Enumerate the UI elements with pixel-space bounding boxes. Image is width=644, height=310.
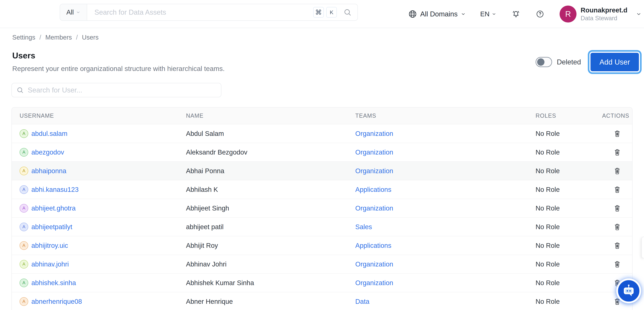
name-cell: Abhinav Johri — [186, 260, 355, 268]
table-row: A abhijeet.ghotra Abhijeet Singh Organiz… — [12, 199, 632, 217]
role-cell: No Role — [536, 260, 602, 268]
side-panel-handle[interactable] — [642, 237, 644, 258]
team-link[interactable]: Organization — [355, 204, 393, 212]
team-link[interactable]: Organization — [355, 260, 393, 268]
delete-user-button[interactable] — [613, 260, 621, 268]
breadcrumb-separator: / — [40, 34, 41, 41]
notifications-bell-icon[interactable] — [512, 10, 520, 19]
table-header: USERNAME NAME TEAMS ROLES ACTIONS — [12, 107, 632, 124]
table-row: A abhishek.sinha Abhishek Kumar Sinha Or… — [12, 273, 632, 292]
search-icon — [16, 86, 24, 94]
delete-user-button[interactable] — [613, 167, 621, 175]
trash-icon — [613, 223, 621, 231]
username-link[interactable]: abhijeetpatilyt — [31, 223, 72, 231]
name-cell: Abhai Ponna — [186, 167, 355, 175]
chevron-down-icon — [76, 10, 80, 15]
page-subtitle: Represent your entire organizational str… — [12, 65, 225, 73]
trash-icon — [613, 130, 621, 138]
username-link[interactable]: abhi.kanasu123 — [31, 186, 79, 193]
delete-user-button[interactable] — [613, 186, 621, 194]
column-header-roles: ROLES — [536, 112, 602, 119]
team-link[interactable]: Sales — [355, 223, 372, 231]
avatar: A — [20, 260, 28, 268]
toggle-knob — [537, 58, 544, 66]
assistant-bot-button[interactable] — [616, 278, 641, 303]
chevron-down-icon — [636, 11, 642, 17]
username-link[interactable]: abdul.salam — [31, 130, 67, 137]
username-link[interactable]: abhaiponna — [31, 167, 66, 175]
avatar: A — [20, 241, 28, 250]
trash-icon — [613, 242, 621, 250]
team-link[interactable]: Applications — [355, 186, 391, 193]
avatar: A — [20, 204, 28, 213]
page-header-controls: Deleted Add User — [536, 52, 641, 72]
role-cell: No Role — [536, 148, 602, 156]
column-header-username: USERNAME — [12, 112, 186, 119]
user-name: Rounakpreet.d — [580, 6, 628, 15]
delete-user-button[interactable] — [613, 148, 621, 156]
avatar: A — [20, 167, 28, 175]
search-icon[interactable] — [343, 8, 352, 17]
help-icon[interactable] — [536, 10, 544, 18]
role-cell: No Role — [536, 298, 602, 305]
name-cell: Abhijeet Singh — [186, 204, 355, 212]
breadcrumb: Settings/Members/Users — [12, 34, 98, 41]
team-link[interactable]: Organization — [355, 130, 393, 137]
team-link[interactable]: Organization — [355, 167, 393, 175]
avatar: A — [20, 279, 28, 287]
name-cell: Abner Henrique — [186, 298, 355, 305]
name-cell: Abhijit Roy — [186, 242, 355, 249]
trash-icon — [613, 204, 621, 212]
globe-icon — [408, 10, 417, 19]
table-row: A abhijitroy.uic Abhijit Roy Application… — [12, 236, 632, 255]
role-cell: No Role — [536, 186, 602, 193]
domains-label: All Domains — [420, 10, 458, 18]
search-scope-dropdown[interactable]: All — [60, 4, 87, 21]
avatar: A — [20, 223, 28, 231]
table-row: A abnerhenrique08 Abner Henrique Data No… — [12, 292, 632, 310]
trash-icon — [613, 260, 621, 268]
chevron-down-icon — [461, 12, 466, 17]
users-table: USERNAME NAME TEAMS ROLES ACTIONS A abdu… — [12, 107, 632, 310]
team-link[interactable]: Data — [355, 298, 370, 305]
domains-dropdown[interactable]: All Domains — [408, 10, 466, 19]
username-link[interactable]: abhijitroy.uic — [31, 242, 68, 249]
breadcrumb-item-members[interactable]: Members — [46, 34, 72, 41]
global-search-input[interactable] — [94, 8, 313, 16]
deleted-toggle[interactable] — [536, 57, 552, 67]
name-cell: Aleksandr Bezgodov — [186, 148, 355, 156]
breadcrumb-item-settings[interactable]: Settings — [12, 34, 35, 41]
user-search-input[interactable] — [28, 86, 216, 94]
table-body: A abdul.salam Abdul Salam Organization N… — [12, 124, 632, 310]
username-link[interactable]: abezgodov — [31, 148, 64, 156]
username-link[interactable]: abhinav.johri — [31, 260, 69, 268]
breadcrumb-separator: / — [76, 34, 78, 41]
user-search-bar[interactable] — [12, 83, 221, 97]
avatar: A — [20, 129, 28, 138]
trash-icon — [613, 167, 621, 175]
delete-user-button[interactable] — [613, 204, 621, 212]
delete-user-button[interactable] — [613, 223, 621, 231]
add-user-button[interactable]: Add User — [590, 53, 639, 71]
table-row: A abhaiponna Abhai Ponna Organization No… — [12, 161, 632, 180]
delete-user-button[interactable] — [613, 130, 621, 138]
role-cell: No Role — [536, 279, 602, 287]
delete-user-button[interactable] — [613, 242, 621, 250]
table-row: A abhi.kanasu123 Abhilash K Applications… — [12, 180, 632, 199]
user-menu[interactable]: R Rounakpreet.d Data Steward — [560, 6, 642, 23]
name-cell: abhijeet patil — [186, 223, 355, 231]
robot-icon — [622, 283, 636, 298]
team-link[interactable]: Organization — [355, 279, 393, 286]
role-cell: No Role — [536, 242, 602, 249]
team-link[interactable]: Organization — [355, 148, 393, 156]
username-link[interactable]: abhishek.sinha — [31, 279, 76, 287]
language-dropdown[interactable]: EN — [480, 10, 496, 18]
username-link[interactable]: abnerhenrique08 — [31, 298, 82, 305]
user-role: Data Steward — [580, 15, 628, 22]
global-search-bar[interactable]: All ⌘ K — [60, 4, 358, 21]
search-scope-value: All — [66, 9, 74, 16]
avatar: A — [20, 148, 28, 157]
role-cell: No Role — [536, 223, 602, 231]
team-link[interactable]: Applications — [355, 242, 391, 249]
username-link[interactable]: abhijeet.ghotra — [31, 204, 76, 212]
